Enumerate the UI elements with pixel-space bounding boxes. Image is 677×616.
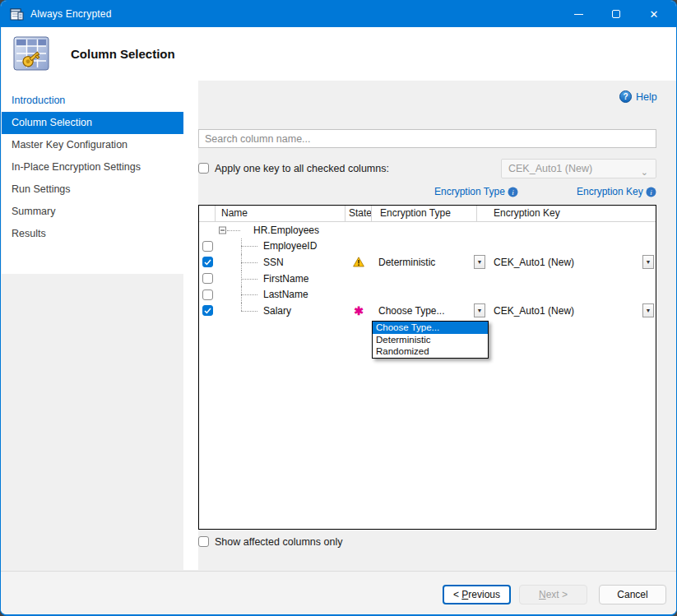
salary-encryption-key-dropdown-button[interactable]: ▼: [642, 303, 654, 317]
table-row-ssn[interactable]: SSN Deterministic ▼ CEK_Auto1 (New) ▼: [199, 254, 656, 271]
table-name-cell: EmployeeID: [263, 240, 317, 252]
always-encrypted-wizard-window: Always Encrypted ✕: [0, 0, 677, 616]
salary-encryption-key-value: CEK_Auto1 (New): [487, 305, 574, 317]
minimize-button[interactable]: [559, 1, 597, 27]
table-row-salary[interactable]: Salary ✱ Choose Type... ▼ CEK_Auto1 (New…: [199, 303, 656, 319]
previous-button[interactable]: < Previous: [443, 585, 511, 604]
firstname-checkbox[interactable]: [202, 273, 213, 284]
search-input[interactable]: [198, 129, 656, 148]
ssn-encryption-key-value: CEK_Auto1 (New): [487, 257, 574, 268]
dropdown-arrow-icon: ▼: [646, 259, 651, 265]
sidebar-item-run-settings[interactable]: Run Settings: [2, 178, 183, 201]
grid-header-encryption-key[interactable]: Encryption Key: [477, 206, 656, 221]
table-name-cell: LastName: [263, 289, 308, 300]
table-name-cell: FirstName: [263, 273, 308, 285]
title-bar: Always Encrypted ✕: [1, 1, 677, 27]
check-icon: [204, 259, 211, 266]
sidebar-item-introduction[interactable]: Introduction: [2, 90, 183, 112]
salary-encryption-type-dropdown-button[interactable]: ▼: [474, 303, 485, 317]
maximize-button[interactable]: [597, 1, 635, 27]
cancel-button[interactable]: Cancel: [599, 585, 666, 604]
ssn-encryption-type-value: Deterministic: [372, 257, 435, 268]
grid-header-row: Name State Encryption Type Encryption Ke…: [199, 206, 656, 222]
table-name-cell: Salary: [263, 305, 291, 317]
dropdown-option-randomized[interactable]: Randomized: [373, 345, 488, 358]
sidebar-item-summary[interactable]: Summary: [2, 201, 183, 223]
grid-header-checkbox-col: [199, 206, 216, 221]
collapse-icon[interactable]: [219, 226, 226, 234]
sidebar-item-in-place-encryption-settings[interactable]: In-Place Encryption Settings: [2, 156, 183, 178]
required-asterisk-icon: ✱: [354, 304, 364, 317]
encryption-type-link[interactable]: Encryption Type: [434, 186, 505, 197]
table-name-cell: SSN: [263, 257, 284, 268]
ssn-encryption-type-dropdown-button[interactable]: ▼: [474, 255, 485, 269]
table-row-firstname[interactable]: FirstName: [199, 271, 656, 287]
sidebar-item-master-key-configuration[interactable]: Master Key Configuration: [2, 134, 183, 156]
grid-header-name[interactable]: Name: [216, 206, 345, 221]
footer-bar: < Previous Next > Cancel: [1, 572, 677, 615]
lastname-checkbox[interactable]: [202, 289, 213, 300]
cek-combo-value: CEK_Auto1 (New): [508, 163, 592, 174]
maximize-icon: [612, 10, 620, 18]
close-icon: ✕: [650, 9, 659, 20]
table-name-cell: HR.Employees: [253, 225, 319, 236]
apply-one-key-checkbox[interactable]: [198, 163, 209, 174]
apply-one-key-label: Apply one key to all checked columns:: [215, 163, 389, 174]
dropdown-arrow-icon: ▼: [477, 308, 483, 313]
show-affected-columns-checkbox[interactable]: [198, 536, 209, 547]
page-title: Column Selection: [71, 47, 175, 61]
show-affected-columns-label: Show affected columns only: [215, 536, 342, 548]
salary-encryption-type-value: Choose Type...: [372, 305, 445, 317]
minimize-icon: [574, 14, 583, 15]
columns-grid: Name State Encryption Type Encryption Ke…: [198, 205, 656, 530]
next-button[interactable]: Next >: [519, 585, 587, 604]
close-button[interactable]: ✕: [635, 1, 673, 27]
dropdown-option-deterministic[interactable]: Deterministic: [373, 334, 488, 346]
svg-text:?: ?: [623, 92, 628, 101]
help-link[interactable]: ? Help: [619, 90, 657, 103]
salary-checkbox[interactable]: [202, 305, 213, 316]
sidebar-item-column-selection[interactable]: Column Selection: [2, 112, 183, 134]
window-title: Always Encrypted: [30, 8, 112, 20]
employeeid-checkbox[interactable]: [202, 241, 213, 252]
ssn-encryption-key-dropdown-button[interactable]: ▼: [642, 255, 654, 269]
dropdown-arrow-icon: ▼: [646, 308, 651, 313]
page-header: Column Selection: [2, 27, 676, 81]
help-label: Help: [636, 91, 657, 103]
chevron-down-icon: ⌄: [641, 163, 648, 181]
table-row-hr-employees[interactable]: HR.Employees: [199, 222, 656, 239]
warning-icon: [353, 257, 364, 267]
table-row-lastname[interactable]: LastName: [199, 286, 656, 303]
ssn-checkbox[interactable]: [202, 257, 213, 267]
wizard-step-list: Introduction Column Selection Master Key…: [2, 81, 183, 274]
pane-divider: [183, 81, 198, 570]
sidebar-item-results[interactable]: Results: [2, 223, 183, 245]
app-icon: [10, 7, 24, 21]
table-row-employeeid[interactable]: EmployeeID: [199, 239, 656, 255]
dropdown-arrow-icon: ▼: [477, 259, 483, 265]
encryption-key-link[interactable]: Encryption Key: [577, 186, 643, 197]
grid-header-state[interactable]: State: [345, 206, 372, 221]
encryption-key-info-icon[interactable]: i: [646, 187, 656, 197]
table-key-icon: [12, 34, 51, 73]
cek-combo-disabled: CEK_Auto1 (New) ⌄: [501, 159, 656, 178]
check-icon: [204, 308, 211, 314]
encryption-type-open-dropdown: Choose Type... Deterministic Randomized: [372, 321, 489, 359]
help-icon: ?: [619, 90, 632, 103]
encryption-type-info-icon[interactable]: i: [508, 187, 518, 197]
grid-header-encryption-type[interactable]: Encryption Type: [372, 206, 477, 221]
dropdown-option-choose-type[interactable]: Choose Type...: [373, 322, 488, 334]
